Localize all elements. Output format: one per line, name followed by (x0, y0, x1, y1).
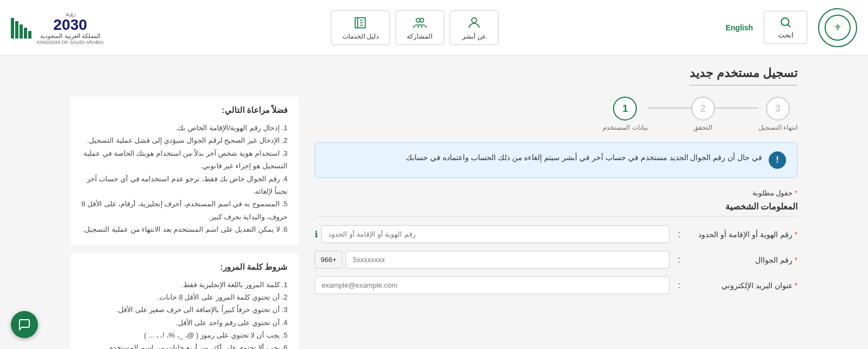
chat-icon (18, 318, 31, 331)
content-layout: 1 بيانات المستخدم 2 التحقق 3 (71, 97, 797, 349)
svg-point-6 (420, 18, 424, 22)
svg-point-4 (471, 17, 476, 22)
list-item: 5. يجب أن لا تحتوي على رموز ( @، _، %، !… (81, 329, 288, 341)
nav-item-services[interactable]: دليل الخدمات (331, 10, 390, 45)
list-item: 3. استخدام هوية شخص آخر بدلاً من استخدام… (81, 147, 288, 173)
nav-about-label: عن أبشر (462, 33, 486, 40)
form-field-email: * عنوان البريد الإلكتروني : (315, 276, 797, 294)
vision-country-en: KINGDOM OF SAUDI ARABIA (37, 40, 104, 45)
password-title: شروط كلمة المرور: (81, 262, 288, 272)
id-info-icon[interactable]: ℹ (315, 229, 318, 239)
main-content: تسجيل مستخدم جديد 1 بيانات المستخدم 2 (54, 55, 814, 349)
password-list: 1. كلمة المرور باللغة الإنجليزية فقط. 2.… (81, 278, 288, 349)
alert-box: ! في حال أن رقم الجوال الجديد مستخدم في … (315, 142, 797, 178)
email-colon: : (678, 281, 680, 290)
step-line-1-2 (648, 107, 691, 109)
list-item: 4. أن تحتوي على رقم واحد على الأقل. (81, 316, 288, 329)
nav-item-participation[interactable]: المشاركة (395, 10, 444, 45)
step-1: 1 بيانات المستخدم (603, 97, 647, 131)
svg-point-2 (781, 18, 789, 26)
form-section: 1 بيانات المستخدم 2 التحقق 3 (315, 97, 797, 302)
page-title-section: تسجيل مستخدم جديد (71, 66, 797, 86)
header-nav: عن أبشر المشاركة دليل الخدمات (331, 10, 499, 45)
step-1-circle: 1 (613, 97, 637, 120)
svg-line-3 (788, 25, 790, 27)
list-item: 4. رقم الجوال خاص بك فقط، نرجو عدم استخد… (81, 173, 288, 198)
email-input[interactable] (315, 276, 669, 294)
phone-prefix: +966 (315, 251, 342, 269)
header: ⚜ ابحث English عن أبشر المشاركة (0, 0, 868, 55)
list-item: 5. المسموح به في اسم المستخدم، أحرف إنجل… (81, 198, 288, 223)
vision-logo: رؤية 2030 المملكة العربية السعودية KINGD… (11, 10, 104, 45)
person-icon (467, 15, 482, 30)
step-line-2-3 (715, 107, 758, 109)
nav-services-label: دليل الخدمات (342, 33, 379, 40)
please-note-list: 1. إدخال رقم الهوية/الإقامة الخاص بك. 2.… (81, 122, 288, 236)
list-item: 6. يجب ألا تحتوي على أكثر من أربع خانات … (81, 341, 288, 349)
svg-text:⚜: ⚜ (834, 23, 841, 32)
list-item: 1. إدخال رقم الهوية/الإقامة الخاص بك. (81, 122, 288, 134)
email-input-wrapper (315, 276, 669, 294)
list-item: 6. لا يمكن التعديل على اسم المستخدم بعد … (81, 223, 288, 236)
please-note-title: فضلاً مراعاة التالي: (81, 105, 288, 115)
required-note-text: حقول مطلوبة (752, 189, 793, 197)
list-item: 1. كلمة المرور باللغة الإنجليزية فقط. (81, 278, 288, 291)
people-icon (412, 15, 427, 30)
bars-chart-icon (11, 17, 31, 39)
notes-section: فضلاً مراعاة التالي: 1. إدخال رقم الهوية… (71, 97, 298, 349)
nav-item-about[interactable]: عن أبشر (450, 10, 499, 45)
id-colon: : (678, 230, 680, 239)
nav-participation-label: المشاركة (407, 33, 432, 40)
step-2-label: التحقق (693, 124, 712, 131)
vision-year: 2030 (37, 17, 104, 33)
mobile-field-label: * رقم الجواال (689, 256, 797, 264)
logo: ⚜ (818, 8, 857, 47)
list-item: 3. أن تحتوي حرفاً كبيراً بالإضافة الى حر… (81, 303, 288, 316)
list-item: 2. الإدخال غير الصحيح لرقم الجوال سيؤدي … (81, 134, 288, 147)
email-field-label: * عنوان البريد الإلكتروني (689, 281, 797, 290)
email-required-star: * (795, 281, 797, 290)
list-item: 2. أن تحتوي كلمة المرور على الأقل 8 خانا… (81, 291, 288, 303)
header-left: ⚜ ابحث English (725, 8, 857, 47)
language-switcher[interactable]: English (725, 23, 753, 32)
book-icon (353, 15, 368, 30)
svg-point-5 (416, 18, 420, 22)
form-field-mobile: * رقم الجواال : +966 (315, 251, 797, 269)
search-box[interactable]: ابحث (764, 11, 807, 44)
search-icon (779, 16, 792, 29)
vision-country: المملكة العربية السعودية (37, 33, 104, 40)
step-3-circle: 3 (766, 97, 790, 120)
step-2-circle: 2 (691, 97, 715, 120)
required-note: * حقول مطلوبة (315, 189, 797, 197)
mobile-input[interactable] (346, 251, 669, 269)
step-2: 2 التحقق (691, 97, 715, 131)
id-required-star: * (795, 230, 797, 239)
please-note-block: فضلاً مراعاة التالي: 1. إدخال رقم الهوية… (71, 97, 298, 245)
id-field-label: * رقم الهوية أو الإقامة أو الحدود (689, 230, 797, 239)
form-field-id: * رقم الهوية أو الإقامة أو الحدود : ℹ (315, 225, 797, 243)
id-number-input[interactable] (321, 225, 669, 243)
password-block: شروط كلمة المرور: 1. كلمة المرور باللغة … (71, 253, 298, 349)
step-3: 3 انتهاء التسجيل (758, 97, 797, 131)
step-1-label: بيانات المستخدم (603, 124, 647, 131)
id-input-wrapper: ℹ (315, 225, 669, 243)
search-label: ابحث (778, 31, 794, 39)
alert-text: في حال أن رقم الجوال الجديد مستخدم في حس… (406, 151, 762, 163)
step-3-label: انتهاء التسجيل (758, 124, 797, 131)
chat-button[interactable] (11, 311, 38, 338)
mobile-required-star: * (795, 256, 797, 264)
mobile-colon: : (678, 255, 680, 265)
mobile-input-wrapper: +966 (315, 251, 669, 269)
page-title: تسجيل مستخدم جديد (690, 66, 797, 86)
personal-info-title: المعلومات الشخصية (315, 201, 797, 217)
stepper: 1 بيانات المستخدم 2 التحقق 3 (315, 97, 797, 131)
alert-icon: ! (769, 151, 786, 169)
